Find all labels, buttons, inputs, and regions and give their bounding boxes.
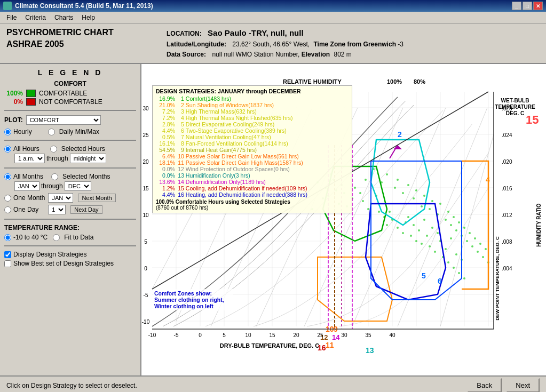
svg-point-109 (477, 251, 479, 253)
svg-point-98 (447, 211, 449, 213)
svg-point-74 (447, 261, 449, 263)
to-time-select[interactable]: midnight (70, 154, 106, 163)
all-months-radio[interactable] (4, 173, 11, 180)
months-group: All Months Selected Months JAN through D… (4, 173, 136, 214)
svg-point-105 (466, 240, 468, 242)
timezone-value: -3 (398, 41, 403, 48)
svg-point-96 (439, 203, 441, 205)
temp-range-2-radio[interactable] (53, 234, 60, 241)
svg-point-64 (421, 243, 423, 245)
back-button[interactable]: Back (467, 378, 502, 392)
show-best-checkbox[interactable] (4, 260, 11, 267)
window-title: Climate Consultant 5.4 (Build 5, Mar 11,… (15, 2, 153, 10)
one-day-radio[interactable] (4, 206, 11, 213)
selected-hours-label: Selected Hours (61, 145, 105, 153)
hourly-radio[interactable] (4, 129, 11, 135)
humidity-ratio-label: HUMIDITY RATIO (536, 204, 542, 247)
one-day-select[interactable]: 1 (48, 205, 66, 214)
latlon-label: Latitude/Longitude: (167, 41, 226, 48)
svg-point-111 (482, 256, 484, 258)
svg-point-55 (389, 211, 391, 213)
x-tick-30: 30 (341, 332, 347, 338)
next-month-button[interactable]: Next Month (78, 194, 115, 202)
svg-point-108 (474, 237, 476, 239)
datasource-label: Data Source: (167, 51, 206, 58)
all-hours-row: All Hours Selected Hours (4, 145, 136, 153)
rh-100-label: 100% (387, 78, 402, 85)
y-right-024: .024 (502, 132, 512, 138)
chart-area: RELATIVE HUMIDITY 100% 80% WET-BULB TEMP… (141, 64, 546, 375)
left-panel: L E G E N D COMFORT 100% COMFORTABLE 0% … (0, 64, 141, 375)
one-month-label: One Month (13, 194, 45, 202)
menu-criteria[interactable]: Criteria (21, 13, 50, 22)
chart-num-4: 4 (486, 175, 490, 184)
svg-point-66 (426, 235, 428, 237)
header-section: PSYCHROMETRIC CHART ASHRAE 2005 LOCATION… (0, 23, 546, 64)
y-left-20: 20 (143, 159, 149, 165)
minimize-btn[interactable]: _ (512, 2, 521, 10)
wetbulb-label-1: WET-BULB (501, 98, 529, 103)
datasource-value: null null WMO Station Number, (212, 51, 299, 58)
plot-label: PLOT: (4, 116, 23, 124)
menu-help[interactable]: Help (77, 13, 99, 22)
svg-point-80 (463, 277, 465, 279)
display-strategies-row: Display Design Strategies (4, 251, 136, 258)
x-tick-5: 5 (223, 332, 226, 338)
svg-point-90 (415, 189, 417, 191)
chart-num-6: 6 (438, 277, 442, 285)
x-tick-25: 25 (317, 332, 323, 338)
y-right-016: .016 (502, 186, 512, 191)
all-months-row: All Months Selected Months (4, 173, 136, 180)
svg-point-86 (397, 179, 399, 181)
svg-point-100 (453, 216, 455, 218)
next-button[interactable]: Next (506, 378, 540, 392)
selected-months-radio[interactable] (51, 173, 58, 180)
maximize-btn[interactable]: □ (523, 2, 532, 10)
hours-group: All Hours Selected Hours 1 a.m. through … (4, 145, 136, 163)
strategies-box[interactable]: DESIGN STRATEGIES: JANUARY through DECEM… (152, 85, 352, 256)
elevation-label: Elevation (302, 51, 330, 58)
hourly-label: Hourly (13, 128, 32, 135)
svg-point-51 (378, 211, 380, 213)
location-label: LOCATION: (167, 30, 202, 37)
divider-2 (4, 140, 136, 141)
svg-point-63 (418, 229, 420, 231)
menu-charts[interactable]: Charts (50, 13, 77, 22)
menu-file[interactable]: File (2, 13, 21, 22)
svg-point-104 (463, 227, 465, 229)
comfort-note-box: Comfort Zones show: Summer clothing on r… (153, 289, 233, 324)
timezone-label: Time Zone from Greenwich (313, 41, 395, 48)
not-comfortable-pct: 0% (4, 98, 23, 106)
dewpoint-label: DEW POINT TEMPERATURE, DEG. C (495, 236, 500, 321)
svg-point-112 (485, 248, 487, 250)
selected-hours-radio[interactable] (50, 146, 57, 153)
svg-point-84 (386, 173, 388, 175)
daily-minmax-radio[interactable] (48, 129, 55, 135)
svg-point-60 (407, 216, 409, 218)
from-time-select[interactable]: 1 a.m. (14, 154, 45, 163)
one-month-radio[interactable] (4, 195, 11, 202)
to-month-select[interactable]: DEC (65, 181, 91, 191)
plot-select[interactable]: COMFORT (26, 115, 101, 125)
next-day-button[interactable]: Next Day (70, 205, 102, 214)
one-day-row: One Day 1 Next Day (4, 205, 136, 214)
one-month-select[interactable]: JAN (48, 193, 73, 203)
svg-point-94 (431, 200, 433, 202)
temp-range-1-radio[interactable] (4, 234, 11, 241)
chart-title: PSYCHROMETRIC CHART ASHRAE 2005 (6, 27, 145, 51)
daily-minmax-label: Daily Min/Max (59, 128, 99, 135)
window-controls[interactable]: _ □ ✕ (512, 2, 543, 10)
month-range-row: JAN through DEC (13, 181, 136, 191)
svg-point-70 (437, 232, 439, 234)
psychrometric-chart: RELATIVE HUMIDITY 100% 80% WET-BULB TEMP… (141, 64, 546, 375)
all-hours-label: All Hours (13, 145, 39, 153)
y-right-012: .012 (502, 212, 512, 218)
svg-point-102 (458, 221, 460, 223)
close-btn[interactable]: ✕ (533, 2, 543, 10)
display-strategies-checkbox[interactable] (4, 251, 11, 258)
from-month-select[interactable]: JAN (14, 181, 39, 191)
svg-point-56 (397, 227, 399, 229)
divider-3 (4, 167, 136, 169)
all-hours-radio[interactable] (4, 146, 11, 153)
temp-range-2-label: Fit to Data (64, 234, 93, 241)
